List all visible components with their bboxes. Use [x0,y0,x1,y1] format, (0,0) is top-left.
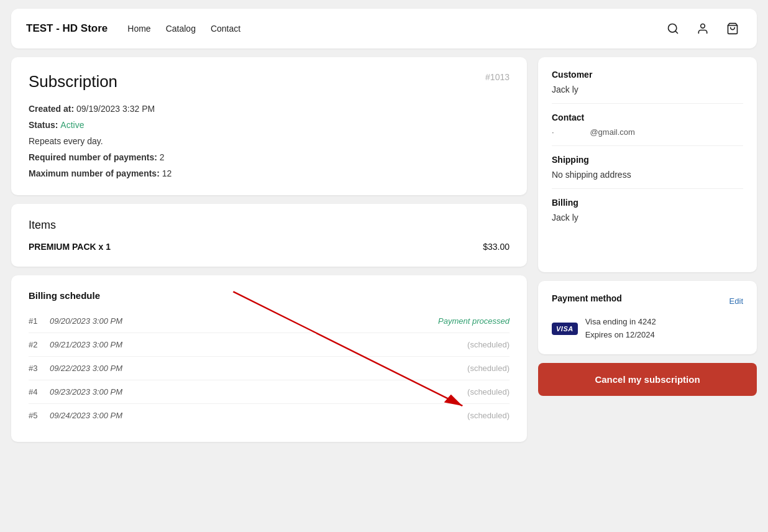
schedule-index: #5 [29,411,41,420]
left-column: Subscription #1013 Created at: 09/19/202… [11,57,527,442]
svg-line-1 [675,31,678,34]
required-label: Required number of payments: [29,152,157,162]
schedule-index: #2 [29,340,41,349]
schedule-date: 09/22/2023 3:00 PM [50,364,122,373]
schedule-date: 09/23/2023 3:00 PM [50,387,122,397]
repeats-row: Repeats every day. [29,135,510,148]
contact-title: Contact [552,112,743,122]
visa-badge: VISA [552,323,578,335]
billing-title: Billing [552,198,743,208]
customer-card: Customer Jack ly Contact · @gmail.com Sh… [538,57,757,272]
navbar: TEST - HD Store Home Catalog Contact [11,9,757,48]
subscription-number: #1013 [485,72,510,82]
created-value: 09/19/2023 3:32 PM [76,104,155,114]
item-row: PREMIUM PACK x 1 $33.00 [29,242,510,252]
max-label: Maximum number of payments: [29,168,160,178]
divider-3 [552,188,743,189]
item-name: PREMIUM PACK x 1 [29,242,111,252]
svg-point-2 [701,24,705,29]
items-card: Items PREMIUM PACK x 1 $33.00 [11,204,527,267]
user-icon[interactable] [693,19,712,38]
schedule-date: 09/21/2023 3:00 PM [50,340,122,349]
subscription-card: Subscription #1013 Created at: 09/19/202… [11,57,527,195]
schedule-status: Payment processed [438,316,510,326]
schedule-index: #3 [29,364,41,373]
schedule-row: #509/24/2023 3:00 PM(scheduled) [29,404,510,427]
payment-method-card: Payment method Edit VISA Visa ending in … [538,281,757,354]
schedule-row: #309/22/2023 3:00 PM(scheduled) [29,357,510,380]
search-icon[interactable] [664,19,682,38]
created-row: Created at: 09/19/2023 3:32 PM [29,103,510,116]
status-value: Active [60,120,84,130]
bag-icon[interactable] [723,19,742,38]
billing-name: Jack ly [552,213,743,222]
required-row: Required number of payments: 2 [29,151,510,164]
max-value: 12 [162,168,172,178]
items-title: Items [29,219,510,232]
payment-method-title: Payment method [552,293,622,303]
schedule-rows: #109/20/2023 3:00 PMPayment processed#20… [29,310,510,427]
customer-name: Jack ly [552,85,743,94]
item-price: $33.00 [483,242,510,252]
required-value: 2 [160,152,165,162]
billing-schedule-card: Billing schedule #109/20/2023 3:00 PMPay… [11,275,527,442]
nav-link-contact[interactable]: Contact [211,24,240,34]
divider-2 [552,145,743,146]
card-ending: Visa ending in 4242 [585,316,656,329]
nav-link-catalog[interactable]: Catalog [166,24,196,34]
schedule-status: (scheduled) [467,340,510,349]
shipping-title: Shipping [552,155,743,165]
cancel-subscription-button[interactable]: Cancel my subscription [538,363,757,396]
status-row: Status: Active [29,119,510,132]
created-label: Created at: [29,104,74,114]
schedule-status: (scheduled) [467,364,510,373]
schedule-date: 09/20/2023 3:00 PM [50,316,122,326]
subscription-title: Subscription [29,72,117,91]
nav-link-home[interactable]: Home [127,24,150,34]
main-content: Subscription #1013 Created at: 09/19/202… [0,57,768,457]
customer-title: Customer [552,70,743,80]
card-expires: Expires on 12/2024 [585,329,656,342]
max-row: Maximum number of payments: 12 [29,167,510,180]
visa-row: VISA Visa ending in 4242 Expires on 12/2… [552,316,743,342]
schedule-date: 09/24/2023 3:00 PM [50,411,122,420]
schedule-status: (scheduled) [467,411,510,420]
nav-links: Home Catalog Contact [127,24,644,34]
schedule-index: #1 [29,316,41,326]
nav-brand: TEST - HD Store [26,22,107,35]
schedule-index: #4 [29,387,41,397]
schedule-row: #209/21/2023 3:00 PM(scheduled) [29,333,510,357]
subscription-header: Subscription #1013 [29,72,510,91]
nav-icons [664,19,742,38]
schedule-status: (scheduled) [467,387,510,397]
payment-header: Payment method Edit [552,293,743,308]
edit-payment-link[interactable]: Edit [729,296,743,306]
billing-schedule-title: Billing schedule [29,290,510,301]
contact-email: · @gmail.com [552,127,743,137]
email-prefix: · [552,127,554,137]
email-value: @gmail.com [590,127,634,137]
subscription-details: Created at: 09/19/2023 3:32 PM Status: A… [29,103,510,180]
divider-1 [552,103,743,104]
shipping-value: No shipping address [552,170,743,180]
schedule-row: #409/23/2023 3:00 PM(scheduled) [29,380,510,404]
status-label: Status: [29,120,58,130]
visa-info: Visa ending in 4242 Expires on 12/2024 [585,316,656,342]
schedule-row: #109/20/2023 3:00 PMPayment processed [29,310,510,333]
right-column: Customer Jack ly Contact · @gmail.com Sh… [538,57,757,442]
